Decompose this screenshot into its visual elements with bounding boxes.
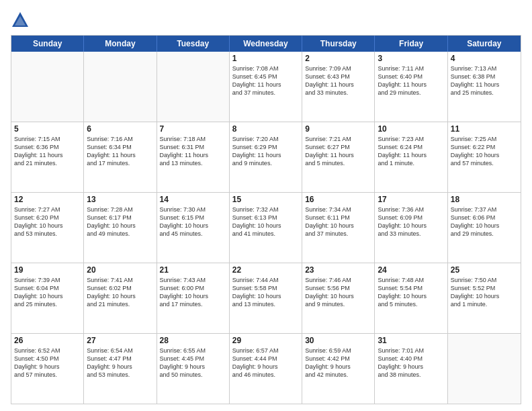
calendar-cell: 31Sunrise: 7:01 AMSunset: 4:40 PMDayligh…: [375, 334, 447, 404]
cell-line: Sunset: 6:31 PM: [160, 143, 226, 151]
day-number: 3: [378, 54, 444, 63]
cell-line: Sunset: 6:43 PM: [305, 73, 371, 81]
calendar-cell: 19Sunrise: 7:39 AMSunset: 6:04 PMDayligh…: [11, 263, 84, 333]
cell-line: and 50 minutes.: [160, 371, 226, 379]
calendar-cell: 25Sunrise: 7:50 AMSunset: 5:52 PMDayligh…: [448, 263, 521, 333]
calendar-row: 1Sunrise: 7:08 AMSunset: 6:45 PMDaylight…: [11, 52, 521, 122]
day-number: 10: [378, 124, 444, 134]
cell-line: Sunset: 6:09 PM: [378, 214, 444, 222]
cell-line: and 29 minutes.: [451, 230, 518, 238]
day-number: 9: [305, 124, 371, 134]
cell-line: Sunset: 6:29 PM: [232, 143, 299, 151]
cell-line: and 13 minutes.: [160, 159, 226, 167]
cell-line: Daylight: 10 hours: [87, 222, 153, 230]
cell-line: Sunrise: 7:16 AM: [87, 135, 153, 143]
cell-line: and 45 minutes.: [160, 230, 226, 238]
calendar-cell: [448, 334, 521, 404]
day-number: 1: [232, 54, 299, 63]
cell-line: Sunrise: 7:21 AM: [305, 135, 371, 143]
calendar-cell: 3Sunrise: 7:11 AMSunset: 6:40 PMDaylight…: [375, 52, 447, 122]
cell-line: Sunset: 6:40 PM: [378, 73, 444, 81]
cell-line: Sunset: 6:27 PM: [305, 143, 371, 151]
cell-line: Daylight: 10 hours: [14, 292, 81, 300]
cell-line: and 46 minutes.: [232, 371, 299, 379]
cell-line: and 9 minutes.: [305, 300, 371, 308]
calendar-cell: 15Sunrise: 7:32 AMSunset: 6:13 PMDayligh…: [230, 193, 302, 263]
cell-line: Sunset: 4:50 PM: [14, 355, 81, 363]
cell-line: and 33 minutes.: [305, 89, 371, 97]
day-number: 6: [87, 124, 153, 134]
day-number: 31: [378, 336, 444, 345]
cell-line: Sunset: 6:17 PM: [87, 214, 153, 222]
logo: [11, 11, 32, 30]
calendar-cell: 12Sunrise: 7:27 AMSunset: 6:20 PMDayligh…: [11, 193, 84, 263]
cell-line: and 53 minutes.: [87, 371, 153, 379]
cell-line: Sunrise: 6:57 AM: [232, 347, 299, 355]
cell-line: Sunrise: 7:46 AM: [305, 276, 371, 284]
cell-line: and 5 minutes.: [378, 300, 444, 308]
cell-line: Sunrise: 6:59 AM: [305, 347, 371, 355]
calendar-cell: 18Sunrise: 7:37 AMSunset: 6:06 PMDayligh…: [448, 193, 521, 263]
calendar-cell: 14Sunrise: 7:30 AMSunset: 6:15 PMDayligh…: [157, 193, 230, 263]
calendar-cell: [84, 52, 157, 122]
calendar-cell: [157, 52, 230, 122]
cell-line: Daylight: 10 hours: [451, 292, 518, 300]
cell-line: Sunset: 6:11 PM: [305, 214, 371, 222]
cell-line: and 25 minutes.: [451, 89, 518, 97]
cell-line: Sunrise: 7:08 AM: [232, 64, 299, 73]
day-number: 19: [14, 265, 81, 275]
cell-line: and 53 minutes.: [14, 230, 81, 238]
cell-line: and 37 minutes.: [305, 230, 371, 238]
cell-line: Sunrise: 6:52 AM: [14, 347, 81, 355]
calendar-cell: 6Sunrise: 7:16 AMSunset: 6:34 PMDaylight…: [84, 122, 157, 192]
day-number: 2: [305, 54, 371, 63]
day-number: 22: [232, 265, 299, 275]
cell-line: Sunrise: 6:55 AM: [160, 347, 226, 355]
cell-line: Daylight: 9 hours: [305, 363, 371, 371]
cell-line: Sunrise: 7:50 AM: [451, 276, 518, 284]
calendar-cell: 8Sunrise: 7:20 AMSunset: 6:29 PMDaylight…: [230, 122, 302, 192]
day-number: 18: [451, 195, 518, 204]
calendar-cell: 1Sunrise: 7:08 AMSunset: 6:45 PMDaylight…: [230, 52, 302, 122]
cell-line: and 37 minutes.: [232, 89, 299, 97]
cell-line: and 21 minutes.: [14, 159, 81, 167]
calendar-row: 12Sunrise: 7:27 AMSunset: 6:20 PMDayligh…: [11, 193, 521, 263]
cell-line: and 17 minutes.: [87, 159, 153, 167]
calendar-row: 5Sunrise: 7:15 AMSunset: 6:36 PMDaylight…: [11, 122, 521, 193]
calendar-cell: 16Sunrise: 7:34 AMSunset: 6:11 PMDayligh…: [302, 193, 375, 263]
calendar-cell: 24Sunrise: 7:48 AMSunset: 5:54 PMDayligh…: [375, 263, 447, 333]
page: SundayMondayTuesdayWednesdayThursdayFrid…: [0, 0, 532, 411]
cell-line: Sunset: 6:02 PM: [87, 284, 153, 292]
cell-line: and 57 minutes.: [451, 159, 518, 167]
calendar-row: 19Sunrise: 7:39 AMSunset: 6:04 PMDayligh…: [11, 263, 521, 334]
day-number: 21: [160, 265, 226, 275]
day-number: 29: [232, 336, 299, 345]
calendar-cell: 20Sunrise: 7:41 AMSunset: 6:02 PMDayligh…: [84, 263, 157, 333]
calendar-cell: 30Sunrise: 6:59 AMSunset: 4:42 PMDayligh…: [302, 334, 375, 404]
calendar-cell: 17Sunrise: 7:36 AMSunset: 6:09 PMDayligh…: [375, 193, 447, 263]
cell-line: Daylight: 10 hours: [378, 222, 444, 230]
cell-line: Sunrise: 7:23 AM: [378, 135, 444, 143]
cell-line: Sunrise: 7:18 AM: [160, 135, 226, 143]
cell-line: Daylight: 11 hours: [160, 151, 226, 159]
cell-line: Sunrise: 7:32 AM: [232, 205, 299, 214]
day-number: 15: [232, 195, 299, 204]
day-number: 24: [378, 265, 444, 275]
cell-line: Daylight: 10 hours: [160, 292, 226, 300]
calendar-header-cell: Friday: [375, 36, 447, 52]
cell-line: and 38 minutes.: [378, 371, 444, 379]
cell-line: Daylight: 11 hours: [87, 151, 153, 159]
cell-line: Daylight: 10 hours: [378, 292, 444, 300]
cell-line: Sunset: 5:56 PM: [305, 284, 371, 292]
cell-line: Sunset: 4:42 PM: [305, 355, 371, 363]
day-number: 5: [14, 124, 81, 134]
cell-line: Daylight: 9 hours: [87, 363, 153, 371]
cell-line: Daylight: 9 hours: [160, 363, 226, 371]
cell-line: Sunrise: 7:37 AM: [451, 205, 518, 214]
cell-line: and 1 minute.: [451, 300, 518, 308]
cell-line: Daylight: 10 hours: [451, 151, 518, 159]
cell-line: Daylight: 11 hours: [378, 81, 444, 89]
cell-line: Sunrise: 7:48 AM: [378, 276, 444, 284]
cell-line: Sunset: 4:44 PM: [232, 355, 299, 363]
cell-line: Daylight: 10 hours: [305, 222, 371, 230]
